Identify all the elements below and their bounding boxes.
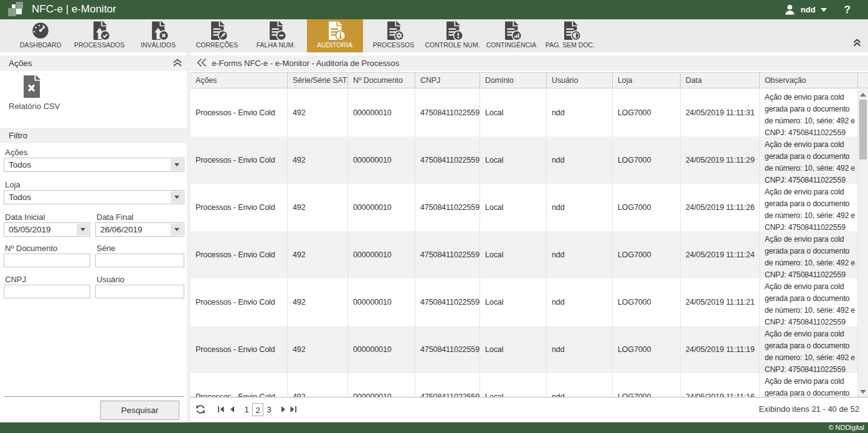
table-cell: Processos - Envio Cold: [191, 89, 288, 136]
column-header[interactable]: Série/Série SAT: [288, 73, 348, 88]
table-row[interactable]: Processos - Envio Cold 492 000000010 475…: [191, 231, 858, 278]
table-cell: LOG7000: [613, 231, 681, 278]
table-cell: 000000010: [348, 373, 415, 397]
next-page-button[interactable]: [281, 402, 286, 416]
column-header[interactable]: Loja: [613, 73, 681, 88]
doc-upload-check-icon: [88, 21, 111, 40]
previous-page-button[interactable]: [230, 402, 235, 416]
user-menu[interactable]: ndd: [801, 5, 816, 14]
user-icon: [785, 4, 795, 15]
csv-file-icon: [9, 75, 55, 98]
table-cell: 24/05/2019 11:11:16: [681, 373, 760, 397]
table-cell: 47508411022559: [415, 278, 480, 326]
collapse-left-icon[interactable]: [197, 58, 207, 67]
dropdown-arrow-icon[interactable]: [171, 191, 183, 203]
table-cell: 47508411022559: [415, 326, 480, 373]
toolbar-item-dashboard[interactable]: DASHBOARD: [12, 19, 68, 52]
toolbar-item-contingencia[interactable]: CONTINGÊNCIA: [483, 19, 539, 52]
column-header[interactable]: Usuário: [547, 73, 613, 88]
table-cell: 24/05/2019 11:11:19: [681, 326, 760, 373]
column-header[interactable]: Domínio: [480, 73, 547, 88]
header-user-area: ndd ?: [785, 0, 851, 19]
data-grid: Ações Série/Série SAT Nº Documento CNPJ …: [191, 72, 868, 398]
loja-dropdown[interactable]: Todos: [4, 190, 184, 204]
table-row[interactable]: Processos - Envio Cold 492 000000010 475…: [191, 373, 858, 397]
table-row[interactable]: Processos - Envio Cold 492 000000010 475…: [191, 326, 858, 373]
table-cell: 24/05/2019 11:11:29: [681, 136, 760, 184]
gauge-icon: [29, 21, 52, 40]
toolbar-item-label: INVÁLIDOS: [141, 41, 176, 49]
documento-input[interactable]: [4, 254, 90, 267]
dropdown-arrow-icon[interactable]: [171, 224, 183, 236]
toolbar-item-correcoes[interactable]: CORREÇÕES: [189, 19, 245, 52]
column-header[interactable]: CNPJ: [415, 73, 480, 88]
table-row[interactable]: Processos - Envio Cold 492 000000010 475…: [191, 278, 858, 326]
table-cell: Local: [480, 326, 547, 373]
csv-report-action[interactable]: Relatório CSV: [9, 75, 55, 111]
ndd-logo-icon: [8, 2, 23, 17]
toolbar-collapse-button[interactable]: [853, 39, 861, 47]
table-row[interactable]: Processos - Envio Cold 492 000000010 475…: [191, 184, 858, 231]
toolbar-item-label: AUDITORIA: [317, 41, 352, 49]
last-page-button[interactable]: [290, 402, 297, 416]
data-inicial-dropdown[interactable]: 05/05/2019: [4, 222, 90, 237]
table-cell: 492: [288, 373, 348, 397]
data-final-dropdown[interactable]: 26/06/2019: [95, 222, 184, 237]
table-cell: Local: [480, 231, 547, 278]
dropdown-arrow-icon[interactable]: [77, 224, 89, 236]
table-cell: 000000010: [348, 231, 415, 278]
toolbar-item-pag-sem-doc[interactable]: PAG. SEM DOC.: [542, 19, 598, 52]
column-header[interactable]: Data: [681, 73, 760, 88]
column-header[interactable]: Ações: [191, 73, 288, 88]
toolbar-item-falha-num[interactable]: FALHA NUM.: [248, 19, 304, 52]
first-page-button[interactable]: [217, 402, 225, 416]
actions-panel-title: Ações: [9, 59, 32, 68]
scrollbar-thumb[interactable]: [859, 100, 867, 159]
table-cell: Ação de envio para cold gerada para o do…: [760, 278, 858, 326]
table-cell: ndd: [547, 89, 613, 136]
column-header[interactable]: Observação: [760, 73, 858, 88]
toolbar-item-processos[interactable]: PROCESSOS: [366, 19, 422, 52]
vertical-scrollbar[interactable]: [858, 89, 868, 397]
chevron-down-icon[interactable]: [821, 8, 827, 12]
pager-nav: 123: [217, 397, 297, 421]
toolbar-item-invalidos[interactable]: INVÁLIDOS: [130, 19, 186, 52]
acoes-dropdown[interactable]: Todos: [4, 158, 184, 172]
table-cell: Processos - Envio Cold: [191, 231, 288, 278]
table-cell: ndd: [547, 231, 613, 278]
table-cell: Ação de envio para cold gerada para o do…: [760, 184, 858, 231]
scroll-down-icon[interactable]: [860, 390, 866, 394]
table-cell: 47508411022559: [415, 136, 480, 184]
table-cell: 24/05/2019 11:11:24: [681, 231, 760, 278]
table-cell: Processos - Envio Cold: [191, 136, 288, 184]
table-cell: LOG7000: [613, 184, 681, 231]
refresh-icon[interactable]: [196, 404, 205, 414]
main-panel: e-Forms NFC-e - e-Monitor - Auditoria de…: [191, 52, 868, 422]
page-2-current[interactable]: 2: [252, 403, 263, 416]
table-cell: ndd: [547, 326, 613, 373]
serie-input[interactable]: [95, 254, 184, 267]
usuario-input[interactable]: [95, 285, 184, 298]
toolbar-item-label: PAG. SEM DOC.: [545, 41, 595, 49]
cnpj-input[interactable]: [4, 285, 90, 298]
help-button[interactable]: ?: [844, 4, 851, 16]
table-row[interactable]: Processos - Envio Cold 492 000000010 475…: [191, 136, 858, 184]
toolbar-item-label: CONTINGÊNCIA: [486, 41, 537, 49]
table-row[interactable]: Processos - Envio Cold 492 000000010 475…: [191, 89, 858, 136]
scroll-up-icon[interactable]: [860, 93, 866, 97]
toolbar-item-auditoria[interactable]: AUDITORIA: [307, 19, 363, 52]
toolbar-item-processados[interactable]: PROCESSADOS: [72, 19, 128, 52]
toolbar-item-controle-num[interactable]: CONTROLE NUM.: [425, 19, 481, 52]
column-header[interactable]: Nº Documento: [348, 73, 415, 88]
page-1[interactable]: 1: [241, 403, 252, 416]
page-3[interactable]: 3: [263, 403, 275, 416]
table-cell: Processos - Envio Cold: [191, 278, 288, 326]
table-cell: 000000010: [348, 326, 415, 373]
table-cell: LOG7000: [613, 326, 681, 373]
search-button[interactable]: Pesquisar: [100, 401, 179, 420]
documento-label: Nº Documento: [5, 244, 57, 253]
data-final-value: 26/06/2019: [100, 223, 143, 236]
collapse-panel-button[interactable]: [172, 59, 182, 67]
dropdown-arrow-icon[interactable]: [171, 159, 183, 171]
doc-chart-icon: [499, 21, 523, 40]
